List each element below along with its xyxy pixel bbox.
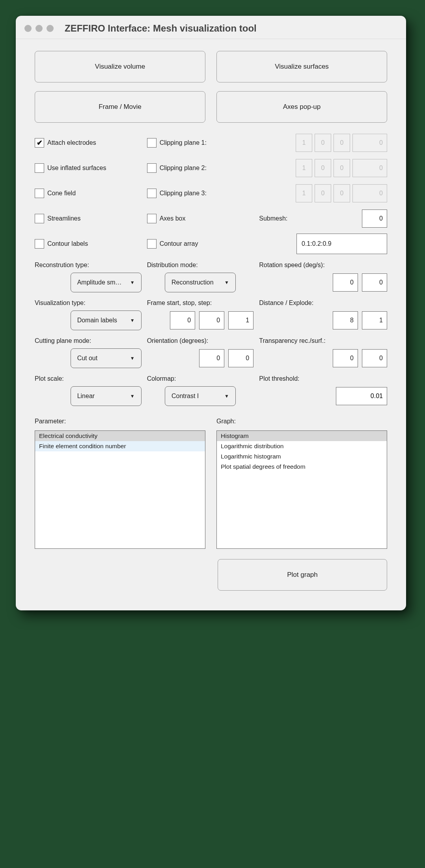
- visualize-surfaces-button[interactable]: Visualize surfaces: [216, 51, 387, 82]
- checkbox-icon: [35, 214, 44, 223]
- orientation-label: Orientation (degrees):: [147, 337, 254, 344]
- submesh-input[interactable]: 0: [362, 210, 387, 228]
- list-item[interactable]: Logarithmic histogram: [217, 451, 387, 462]
- dropdown-value: Linear: [77, 393, 95, 400]
- cutting-plane-mode-label: Cutting plane mode:: [35, 337, 142, 344]
- list-item[interactable]: Plot spatial degrees of freedom: [217, 462, 387, 472]
- reconstruction-type-dropdown[interactable]: Amplitude sm… ▼: [71, 273, 142, 292]
- frame-movie-button[interactable]: Frame / Movie: [35, 91, 205, 123]
- contour-labels-checkbox[interactable]: Contour labels: [35, 233, 142, 254]
- minimize-icon[interactable]: [35, 25, 43, 32]
- parameter-label: Parameter:: [35, 418, 205, 425]
- checkbox-icon: [147, 163, 157, 173]
- visualize-volume-button[interactable]: Visualize volume: [35, 51, 205, 82]
- cutting-plane-mode-dropdown[interactable]: Cut out ▼: [71, 348, 142, 368]
- transparency-rec[interactable]: 0: [333, 349, 358, 367]
- graph-listbox[interactable]: Histogram Logarithmic distribution Logar…: [216, 430, 387, 549]
- plot-threshold-label: Plot threshold:: [259, 375, 387, 382]
- checkbox-label: Streamlines: [47, 215, 80, 222]
- dropdown-value: Cut out: [77, 355, 98, 362]
- clip3-d[interactable]: 0: [352, 184, 387, 202]
- content: Visualize volume Visualize surfaces Fram…: [16, 39, 406, 595]
- list-item[interactable]: Logarithmic distribution: [217, 441, 387, 451]
- dropdown-value: Amplitude sm…: [77, 279, 122, 286]
- chevron-down-icon: ▼: [224, 280, 229, 285]
- titlebar: ZEFFIRO Interface: Mesh visualization to…: [16, 16, 406, 39]
- frame-stop[interactable]: 0: [199, 311, 224, 329]
- close-icon[interactable]: [24, 25, 32, 32]
- distance-input[interactable]: 8: [333, 311, 358, 329]
- frame-start[interactable]: 0: [170, 311, 195, 329]
- clip2-c[interactable]: 0: [334, 159, 350, 177]
- clip3-a[interactable]: 1: [296, 184, 312, 202]
- clip1-d[interactable]: 0: [352, 134, 387, 152]
- visualization-type-label: Visualization type:: [35, 299, 142, 307]
- checkbox-label: Clipping plane 2:: [160, 165, 207, 172]
- orientation-2[interactable]: 0: [228, 349, 254, 367]
- reconstruction-type-label: Reconstrution type:: [35, 262, 142, 269]
- checkbox-icon: [147, 189, 157, 198]
- axes-popup-button[interactable]: Axes pop-up: [216, 91, 387, 123]
- checkbox-icon: [147, 138, 157, 148]
- clip1-c[interactable]: 0: [334, 134, 350, 152]
- distribution-mode-dropdown[interactable]: Reconstruction ▼: [165, 273, 236, 292]
- dropdown-value: Contrast I: [171, 393, 199, 400]
- graph-label: Graph:: [216, 418, 387, 425]
- dropdown-value: Reconstruction: [171, 279, 214, 286]
- clip1-a[interactable]: 1: [296, 134, 312, 152]
- plot-scale-label: Plot scale:: [35, 375, 142, 382]
- clipping-plane-1-values: 1 0 0 0: [259, 134, 387, 152]
- cone-field-checkbox[interactable]: Cone field: [35, 183, 142, 204]
- clip3-c[interactable]: 0: [334, 184, 350, 202]
- clip1-b[interactable]: 0: [315, 134, 331, 152]
- clip3-b[interactable]: 0: [315, 184, 331, 202]
- axes-box-checkbox[interactable]: Axes box: [147, 208, 254, 229]
- checkbox-icon: [147, 214, 157, 223]
- visualization-type-dropdown[interactable]: Domain labels ▼: [71, 311, 142, 330]
- checkbox-label: Clipping plane 1:: [160, 139, 207, 146]
- rotation-speed-label: Rotation speed (deg/s):: [259, 262, 387, 269]
- checkbox-label: Use inflated surfaces: [47, 165, 106, 172]
- colormap-dropdown[interactable]: Contrast I ▼: [165, 386, 236, 406]
- clipping-plane-1-checkbox[interactable]: Clipping plane 1:: [147, 132, 254, 153]
- contour-array-checkbox[interactable]: Contour array: [147, 233, 254, 254]
- chevron-down-icon: ▼: [130, 318, 135, 323]
- distance-explode-label: Distance / Explode:: [259, 299, 387, 307]
- clip2-d[interactable]: 0: [352, 159, 387, 177]
- orientation-1[interactable]: 0: [199, 349, 224, 367]
- frame-step[interactable]: 1: [228, 311, 254, 329]
- rotation-speed-1[interactable]: 0: [333, 273, 358, 292]
- checkbox-label: Axes box: [160, 215, 186, 222]
- clip2-a[interactable]: 1: [296, 159, 312, 177]
- plot-threshold-input[interactable]: 0.01: [336, 387, 387, 405]
- maximize-icon[interactable]: [47, 25, 54, 32]
- checkbox-icon: [35, 239, 44, 249]
- clipping-plane-2-values: 1 0 0 0: [259, 159, 387, 177]
- parameter-listbox[interactable]: Electrical conductivity Finite element c…: [35, 430, 205, 549]
- chevron-down-icon: ▼: [130, 280, 135, 285]
- transparency-surf[interactable]: 0: [362, 349, 387, 367]
- streamlines-checkbox[interactable]: Streamlines: [35, 208, 142, 229]
- checkbox-label: Contour array: [160, 240, 198, 247]
- rotation-speed-2[interactable]: 0: [362, 273, 387, 292]
- submesh-label: Submesh:: [259, 215, 287, 222]
- checkbox-icon: [35, 163, 44, 173]
- list-item[interactable]: Electrical conductivity: [35, 431, 205, 441]
- clip2-b[interactable]: 0: [315, 159, 331, 177]
- distribution-mode-label: Distribution mode:: [147, 262, 254, 269]
- clipping-plane-3-values: 1 0 0 0: [259, 184, 387, 202]
- clipping-plane-2-checkbox[interactable]: Clipping plane 2:: [147, 157, 254, 179]
- clipping-plane-3-checkbox[interactable]: Clipping plane 3:: [147, 183, 254, 204]
- window-controls: [24, 25, 54, 32]
- attach-electrodes-checkbox[interactable]: ✔ Attach electrodes: [35, 132, 142, 153]
- plot-graph-button[interactable]: Plot graph: [218, 559, 387, 591]
- use-inflated-surfaces-checkbox[interactable]: Use inflated surfaces: [35, 157, 142, 179]
- contour-array-input[interactable]: 0.1:0.2:0.9: [296, 234, 387, 254]
- checkbox-icon: ✔: [35, 138, 44, 148]
- explode-input[interactable]: 1: [362, 311, 387, 329]
- checkbox-icon: [147, 239, 157, 249]
- plot-scale-dropdown[interactable]: Linear ▼: [71, 386, 142, 406]
- checkbox-label: Cone field: [47, 190, 76, 197]
- list-item[interactable]: Histogram: [217, 431, 387, 441]
- list-item[interactable]: Finite element condition number: [35, 441, 205, 451]
